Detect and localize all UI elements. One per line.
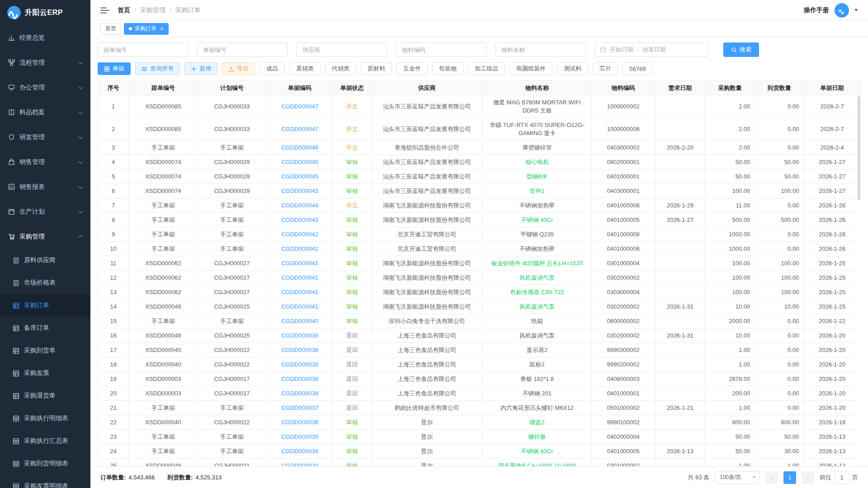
cell-doc-code[interactable]: CGDD000047 [266, 95, 333, 118]
category-chip[interactable]: 电脑组装件 [509, 62, 552, 75]
goto-page-input[interactable] [834, 471, 849, 484]
tab-purchase-orders[interactable]: 采购订单 × [124, 23, 169, 35]
sidebar-item-purchase[interactable]: 采购管理 [0, 224, 90, 249]
next-page-button[interactable]: › [802, 471, 814, 484]
sidebar-subitem-exec-detail[interactable]: 采购执行明细表 [0, 407, 90, 430]
table-row[interactable]: 4XSDD000074CGJH000029CGDD000045审核汕头市三辰蓝猫… [98, 155, 861, 169]
category-chip[interactable]: 成品 [259, 62, 285, 75]
table-row[interactable]: 9手工单据手工单据CGDD000042审核北京开迪工贸有限公司平键钢 Q2350… [98, 227, 861, 242]
table-row[interactable]: 24手工单据手工单据CGDD000034审核普尔不锈钢 40Cr04010000… [98, 444, 861, 459]
category-chip[interactable]: 包装物 [432, 62, 463, 75]
table-row[interactable]: 13XSDD000062CGJH000027CGDD000041审核湖南飞沃新能… [98, 285, 861, 300]
sidebar-item-overview[interactable]: 经营总览 [0, 25, 90, 50]
sidebar-subitem-returns[interactable]: 采购退货单 [0, 385, 90, 407]
table-row[interactable]: 7手工单据手工单据CGDD000044开立湖南飞沃新能源科技股份有限公司不锈钢加… [98, 198, 861, 213]
collapse-menu-icon[interactable] [100, 7, 109, 14]
scrollbar-thumb[interactable] [858, 96, 860, 200]
current-page-button[interactable]: 1 [783, 471, 796, 484]
material-code-input[interactable] [396, 42, 486, 57]
cell-doc-code[interactable]: CGDD000036 [266, 415, 333, 430]
cell-doc-code[interactable]: CGDD000038 [266, 343, 333, 357]
table-row[interactable]: 2XSDD000085CGJH000033CGDD000047开立汕头市三辰蓝猫… [98, 118, 861, 141]
cell-doc-code[interactable]: CGDD000044 [266, 198, 333, 213]
category-chip[interactable]: 加工组品 [468, 62, 505, 75]
table-row[interactable]: 21手工单据手工单据CGDD000037退回鹤岗比优特超市有限公司内六角花形沉头… [98, 401, 861, 415]
user-menu-caret-icon[interactable] [854, 9, 858, 11]
sidebar-subitem-invoices[interactable]: 采购发票 [0, 362, 90, 385]
search-button[interactable]: 搜索 [723, 42, 759, 57]
table-row[interactable]: 10手工单据手工单据CGDD000042审核北京开迪工贸有限公司不锈钢加热带04… [98, 242, 861, 256]
document-button[interactable]: 单据 [98, 62, 131, 75]
table-row[interactable]: 18XSDD000040CGJH000022CGDD000038退回上海三色食品… [98, 357, 861, 372]
table-row[interactable]: 3手工单据手工单据CGDD000046开立青海纺织品股份合作公司厚壁镀锌管040… [98, 141, 861, 155]
tab-home[interactable]: 首页 [100, 23, 121, 35]
sidebar-subitem-stock-orders[interactable]: 备库订单 [0, 317, 90, 339]
add-button[interactable]: 新增 [184, 62, 217, 75]
cell-doc-code[interactable]: CGDD000037 [266, 401, 333, 415]
table-row[interactable]: 25XSDD000046CGJH000021CGDD000033审核普尔同步带件… [98, 459, 861, 467]
table-row[interactable]: 5XSDD000074CGJH000029CGDD000045审核汕头市三辰蓝猫… [98, 169, 861, 184]
sidebar-subitem-exec-summary[interactable]: 采购执行汇总表 [0, 430, 90, 452]
sidebar-item-sales[interactable]: 销售管理 [0, 150, 90, 174]
sidebar-subitem-suppliers[interactable]: 原料供应商 [0, 249, 90, 272]
table-scrollbar[interactable] [857, 95, 861, 466]
cell-doc-code[interactable]: CGDD000045 [266, 155, 333, 169]
table-row[interactable]: 1XSDD000085CGJH000033CGDD000047开立汕头市三辰蓝猫… [98, 95, 861, 118]
table-row[interactable]: 11XSDD000062CGJH000027CGDD000041审核湖南飞沃新能… [98, 256, 861, 271]
table-row[interactable]: 15手工单据手工单据CGDD000040审核深圳小白兔专业干洗有限公司纸箱060… [98, 314, 861, 328]
cell-doc-code[interactable]: CGDD000035 [266, 430, 333, 444]
sidebar-item-rd[interactable]: 研发管理 [0, 125, 90, 150]
cell-doc-code[interactable]: CGDD000038 [266, 357, 333, 372]
cell-doc-code[interactable]: CGDD000041 [266, 285, 333, 300]
page-size-select[interactable]: 100条/页 [715, 471, 760, 484]
supplier-input[interactable] [297, 42, 387, 57]
sidebar-item-production[interactable]: 生产计划 [0, 199, 90, 224]
category-chip[interactable]: 五金件 [396, 62, 428, 75]
category-chip[interactable]: 56789 [623, 62, 652, 75]
table-row[interactable]: 17XSDD000040CGJH000022CGDD000038退回上海三色食品… [98, 343, 861, 357]
category-chip[interactable]: 原材料 [361, 62, 392, 75]
tracking-no-input[interactable] [98, 42, 188, 57]
table-row[interactable]: 20XSDD000003CGJH000017CGDD000038退回上海三色食品… [98, 386, 861, 401]
cell-doc-code[interactable]: CGDD000038 [266, 328, 333, 343]
cell-doc-code[interactable]: CGDD000040 [266, 314, 333, 328]
sidebar-item-office[interactable]: 办公管理 [0, 75, 90, 100]
table-row[interactable]: 19XSDD000003CGJH000017CGDD000038退回上海三色食品… [98, 372, 861, 386]
table-row[interactable]: 12XSDD000062CGJH000027CGDD000041审核湖南飞沃新能… [98, 271, 861, 285]
category-chip[interactable]: 直销类 [289, 62, 321, 75]
avatar[interactable] [835, 3, 849, 18]
cell-doc-code[interactable]: CGDD000033 [266, 459, 333, 467]
category-chip[interactable]: 代销类 [325, 62, 356, 75]
prev-page-button[interactable]: ‹ [765, 471, 778, 484]
table-row[interactable]: 22XSDD000040CGJH000022CGDD000036审核普尔键盘29… [98, 415, 861, 430]
cell-doc-code[interactable]: CGDD000042 [266, 227, 333, 242]
cell-doc-code[interactable]: CGDD000046 [266, 141, 333, 155]
sidebar-subitem-arrival-detail[interactable]: 采购到货明细表 [0, 452, 90, 475]
cell-doc-code[interactable]: CGDD000038 [266, 386, 333, 401]
export-button[interactable]: 导出 [222, 62, 255, 75]
table-row[interactable]: 16XSDD000049CGJH000025CGDD000038退回上海三色食品… [98, 328, 861, 343]
material-name-input[interactable] [495, 42, 586, 57]
doc-no-input[interactable] [197, 42, 288, 57]
category-chip[interactable]: 测试料 [557, 62, 588, 75]
cell-doc-code[interactable]: CGDD000041 [266, 300, 333, 314]
breadcrumb-home[interactable]: 首页 [118, 6, 130, 14]
cell-doc-code[interactable]: CGDD000038 [266, 372, 333, 386]
cell-doc-code[interactable]: CGDD000041 [266, 271, 333, 285]
sidebar-subitem-purchase-orders[interactable]: 采购订单 [0, 294, 90, 317]
cell-doc-code[interactable]: CGDD000041 [266, 256, 333, 271]
table-row[interactable]: 23手工单据手工单据CGDD000035审核普尔镀锌板040200000450.… [98, 430, 861, 444]
sidebar-subitem-arrivals[interactable]: 采购到货单 [0, 339, 90, 362]
close-tab-icon[interactable]: × [160, 26, 164, 32]
cell-doc-code[interactable]: CGDD000045 [266, 184, 333, 198]
sidebar-item-process[interactable]: 流程管理 [0, 50, 90, 75]
date-range-picker[interactable]: 开始日期 - 结束日期 [595, 42, 708, 57]
manual-link[interactable]: 操作手册 [804, 6, 829, 14]
table-row[interactable]: 14XSDD000049CGJH000025CGDD000041审核湖南飞沃新能… [98, 300, 861, 314]
cell-doc-code[interactable]: CGDD000047 [266, 118, 333, 141]
sidebar-subitem-price-list[interactable]: 市场价格表 [0, 272, 90, 294]
cell-doc-code[interactable]: CGDD000034 [266, 444, 333, 459]
table-row[interactable]: 6XSDD000074CGJH000029CGDD000045审核汕头市三辰蓝猫… [98, 184, 861, 198]
cell-doc-code[interactable]: CGDD000042 [266, 242, 333, 256]
sidebar-subitem-invoice-detail[interactable]: 采购发票明细表 [0, 475, 90, 488]
